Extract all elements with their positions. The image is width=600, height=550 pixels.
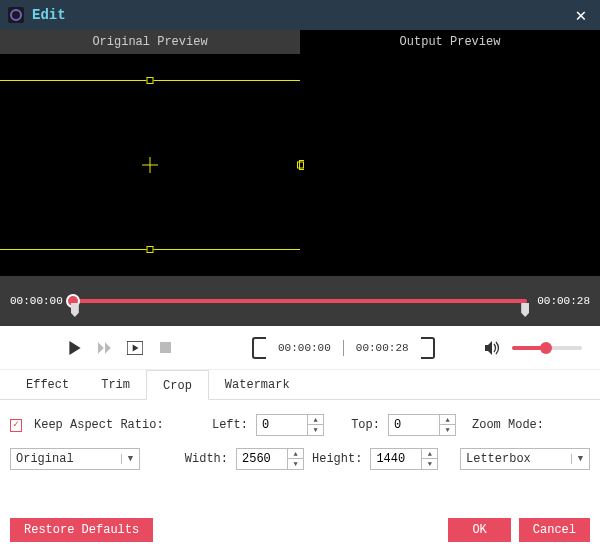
left-field[interactable]: [257, 418, 307, 432]
top-spin-down[interactable]: ▼: [440, 425, 455, 435]
height-spin-down[interactable]: ▼: [422, 459, 437, 469]
width-spin-up[interactable]: ▲: [288, 449, 303, 459]
out-point-time: 00:00:28: [352, 342, 413, 354]
height-input[interactable]: ▲▼: [370, 448, 438, 470]
play-icon[interactable]: [64, 337, 86, 359]
in-point-time: 00:00:00: [274, 342, 335, 354]
top-field[interactable]: [389, 418, 439, 432]
aspect-select-value: Original: [11, 452, 121, 466]
volume-icon[interactable]: [482, 337, 504, 359]
timeline-start-time: 00:00:00: [10, 295, 63, 307]
height-label: Height:: [312, 452, 362, 466]
crop-handle-bottom[interactable]: [147, 246, 154, 253]
timeline-out-marker[interactable]: [521, 303, 529, 317]
tab-crop[interactable]: Crop: [146, 370, 209, 400]
left-spin-down[interactable]: ▼: [308, 425, 323, 435]
preview-area: [0, 54, 600, 276]
volume-slider[interactable]: [512, 346, 582, 350]
step-frame-icon[interactable]: [124, 337, 146, 359]
crop-frame[interactable]: [0, 80, 300, 250]
width-field[interactable]: [237, 452, 287, 466]
output-bracket-icon: [299, 160, 304, 170]
close-icon[interactable]: ✕: [570, 4, 592, 26]
width-spin-down[interactable]: ▼: [288, 459, 303, 469]
tab-bar: Effect Trim Crop Watermark: [0, 370, 600, 400]
original-preview-label: Original Preview: [0, 30, 300, 54]
playback-controls: 00:00:00 00:00:28: [0, 326, 600, 370]
cancel-button[interactable]: Cancel: [519, 518, 590, 542]
timeline-in-marker[interactable]: [71, 303, 79, 317]
tab-trim[interactable]: Trim: [85, 370, 146, 399]
crop-panel: Keep Aspect Ratio: Left: ▲▼ Top: ▲▼ Zoom…: [0, 400, 600, 492]
zoom-mode-value: Letterbox: [461, 452, 571, 466]
aspect-select[interactable]: Original▼: [10, 448, 140, 470]
output-preview: [300, 54, 600, 276]
timeline-track[interactable]: [73, 299, 527, 303]
app-logo-icon: [8, 7, 24, 23]
timeline-end-time: 00:00:28: [537, 295, 590, 307]
tab-effect[interactable]: Effect: [10, 370, 85, 399]
original-preview[interactable]: [0, 54, 300, 276]
keep-aspect-checkbox[interactable]: [10, 419, 22, 432]
left-spin-up[interactable]: ▲: [308, 415, 323, 425]
fast-forward-icon[interactable]: [94, 337, 116, 359]
time-divider: [343, 340, 344, 356]
ok-button[interactable]: OK: [448, 518, 510, 542]
width-input[interactable]: ▲▼: [236, 448, 304, 470]
restore-defaults-button[interactable]: Restore Defaults: [10, 518, 153, 542]
top-input[interactable]: ▲▼: [388, 414, 456, 436]
width-label: Width:: [180, 452, 228, 466]
tab-watermark[interactable]: Watermark: [209, 370, 306, 399]
volume-thumb[interactable]: [540, 342, 552, 354]
output-preview-label: Output Preview: [300, 30, 600, 54]
left-input[interactable]: ▲▼: [256, 414, 324, 436]
top-label: Top:: [332, 418, 380, 432]
chevron-down-icon[interactable]: ▼: [571, 454, 589, 464]
zoom-mode-label: Zoom Mode:: [472, 418, 590, 432]
left-label: Left:: [200, 418, 248, 432]
set-in-point-button[interactable]: [252, 337, 266, 359]
timeline-fill: [73, 299, 527, 303]
height-field[interactable]: [371, 452, 421, 466]
chevron-down-icon[interactable]: ▼: [121, 454, 139, 464]
keep-aspect-label: Keep Aspect Ratio:: [34, 418, 164, 432]
crop-handle-top[interactable]: [147, 77, 154, 84]
title-bar: Edit ✕: [0, 0, 600, 30]
preview-labels: Original Preview Output Preview: [0, 30, 600, 54]
crop-center-icon[interactable]: [142, 157, 158, 173]
set-out-point-button[interactable]: [421, 337, 435, 359]
zoom-mode-select[interactable]: Letterbox▼: [460, 448, 590, 470]
height-spin-up[interactable]: ▲: [422, 449, 437, 459]
window-title: Edit: [32, 7, 570, 23]
footer: Restore Defaults OK Cancel: [0, 510, 600, 550]
top-spin-up[interactable]: ▲: [440, 415, 455, 425]
stop-icon[interactable]: [154, 337, 176, 359]
timeline: 00:00:00 00:00:28: [0, 276, 600, 326]
svg-rect-1: [160, 342, 171, 353]
